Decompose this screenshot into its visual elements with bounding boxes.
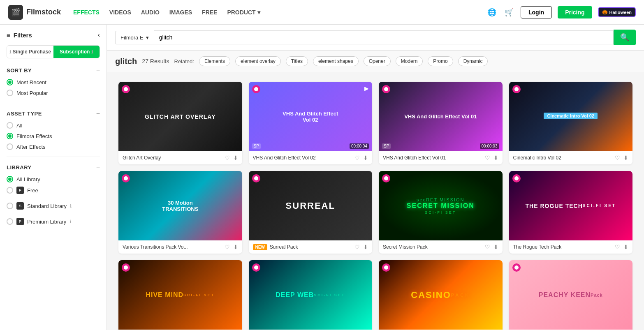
card-5[interactable]: 30 MotionTRANSITIONS Various Transitions… — [118, 171, 242, 254]
tag-elements[interactable]: Elements — [199, 56, 230, 66]
search-button[interactable]: 🔍 — [614, 30, 636, 45]
divider-2 — [7, 157, 100, 157]
library-collapse-icon[interactable]: − — [96, 164, 100, 171]
premium-badge-9 — [122, 263, 130, 272]
tag-modern[interactable]: Modern — [396, 56, 423, 66]
card-12[interactable]: PEACHY KEENPack Peachy Keen Pack ♡ ⬇ — [509, 260, 633, 330]
nav-free[interactable]: FREE — [202, 9, 217, 16]
tag-titles[interactable]: Titles — [286, 56, 308, 66]
radio-lib-premium — [7, 218, 13, 225]
card-1-title: Glitch Art Overlay — [123, 155, 225, 161]
tag-element-shapes[interactable]: element shapes — [313, 56, 359, 66]
like-icon-1[interactable]: ♡ — [225, 155, 230, 161]
library-all[interactable]: All Library — [7, 176, 100, 182]
info-icon-single[interactable]: ℹ — [9, 49, 11, 55]
divider-1 — [7, 103, 100, 103]
standard-lib-info-icon[interactable]: ℹ — [70, 203, 72, 209]
nav-images[interactable]: IMAGES — [169, 9, 192, 16]
main-content: Filmora E ▾ 🔍 glitch 27 Results Related:… — [107, 25, 644, 330]
like-icon-4[interactable]: ♡ — [615, 155, 620, 161]
like-icon-2[interactable]: ♡ — [354, 155, 360, 161]
premium-lib-info-icon[interactable]: ℹ — [69, 219, 71, 224]
download-icon-8[interactable]: ⬇ — [623, 244, 628, 250]
card-10[interactable]: DEEP WEBSCI-FI SET Deep Web ♡ ⬇ — [249, 260, 373, 330]
nav-product[interactable]: PRODUCT ▾ — [227, 9, 260, 16]
sort-most-recent[interactable]: Most Recent — [7, 79, 100, 85]
card-11[interactable]: CASINOPACK Casino Pack ♡ ⬇ — [379, 260, 503, 330]
like-icon-3[interactable]: ♡ — [485, 155, 490, 161]
card-3-title: VHS And Glitch Effect Vol 01 — [383, 155, 485, 161]
card-9[interactable]: HIVE MINDSCI-FI SET Hive Mind ♡ ⬇ — [118, 260, 242, 330]
purchase-tabs: ℹ Single Purchase Subscription ℹ — [7, 45, 100, 58]
download-icon-7[interactable]: ⬇ — [493, 244, 498, 250]
single-purchase-tab[interactable]: ℹ Single Purchase — [7, 46, 53, 58]
card-1[interactable]: GLITCH ART OVERLAY Glitch Art Overlay ♡ … — [118, 82, 242, 164]
asset-filmora[interactable]: Filmora Effects — [7, 133, 100, 139]
premium-badge-10 — [252, 263, 260, 272]
header: 🎬 Filmstock EFFECTS VIDEOS AUDIO IMAGES … — [0, 0, 644, 25]
download-icon-5[interactable]: ⬇ — [233, 244, 238, 250]
premium-lib-icon: P — [16, 218, 24, 225]
like-icon-8[interactable]: ♡ — [615, 244, 620, 250]
info-icon-sub[interactable]: ℹ — [91, 49, 93, 55]
sp-badge-2: SP — [252, 143, 261, 149]
card-4-thumb: Cinematic Intro Vol 02 — [509, 82, 633, 151]
card-2[interactable]: VHS And Glitch EffectVol 02 SP ▶ 00:00:0… — [249, 82, 373, 164]
login-button[interactable]: Login — [521, 6, 552, 18]
main-nav: EFFECTS VIDEOS AUDIO IMAGES FREE PRODUCT… — [73, 9, 486, 16]
subscription-tab[interactable]: Subscription ℹ — [53, 46, 100, 58]
premium-badge-3 — [382, 85, 390, 93]
filter-title: ≡ Filters — [7, 32, 32, 39]
card-8[interactable]: THE ROGUE TECHSCI-FI SET The Rogue Tech … — [509, 171, 633, 254]
asset-type-section: ASSET TYPE − — [7, 110, 100, 117]
tag-promo[interactable]: Promo — [428, 56, 453, 66]
halloween-badge[interactable]: 🎃 Halloween — [598, 7, 636, 17]
platform-selector[interactable]: Filmora E ▾ — [115, 31, 154, 44]
pricing-button[interactable]: Pricing — [558, 6, 592, 18]
nav-audio[interactable]: AUDIO — [141, 9, 160, 16]
cart-icon[interactable]: 🛒 — [503, 7, 515, 18]
globe-icon[interactable]: 🌐 — [486, 7, 498, 18]
card-2-title: VHS And Glitch Effect Vol 02 — [253, 155, 355, 161]
card-3-footer: VHS And Glitch Effect Vol 01 ♡ ⬇ — [379, 151, 503, 164]
tag-opener[interactable]: Opener — [364, 56, 391, 66]
like-icon-5[interactable]: ♡ — [225, 244, 230, 250]
library-section: LIBRARY − — [7, 164, 100, 171]
download-icon-6[interactable]: ⬇ — [363, 244, 368, 250]
sort-collapse-icon[interactable]: − — [96, 67, 100, 74]
sort-most-popular[interactable]: Most Popular — [7, 90, 100, 96]
card-3[interactable]: VHS And Glitch Effect Vol 01 SP 00:00:03… — [379, 82, 503, 164]
tag-element-overlay[interactable]: element overlay — [235, 56, 281, 66]
card-7[interactable]: secRET MISSION SECRET MISSION SCI-FI SET… — [379, 171, 503, 254]
library-free[interactable]: F Free — [7, 187, 100, 194]
results-count: 27 Results — [142, 58, 169, 65]
download-icon-2[interactable]: ⬇ — [363, 155, 368, 161]
download-icon-1[interactable]: ⬇ — [233, 155, 238, 161]
duration-badge-3: 00:00:03 — [480, 143, 499, 149]
premium-badge-4 — [512, 85, 521, 93]
download-icon-4[interactable]: ⬇ — [623, 155, 628, 161]
library-premium[interactable]: P Premium Library ℹ — [7, 218, 100, 225]
nav-videos[interactable]: VIDEOS — [109, 9, 131, 16]
asset-after-effects[interactable]: After Effects — [7, 143, 100, 150]
card-8-actions: ♡ ⬇ — [615, 244, 628, 250]
sort-options: Most Recent Most Popular — [7, 79, 100, 96]
like-icon-6[interactable]: ♡ — [354, 244, 360, 250]
search-input[interactable] — [154, 30, 614, 44]
premium-badge-2 — [252, 85, 260, 93]
card-6[interactable]: SURREAL NEW Surreal Pack ♡ ⬇ — [249, 171, 373, 254]
card-4[interactable]: Cinematic Intro Vol 02 Cinematic Intro V… — [509, 82, 633, 164]
asset-collapse-icon[interactable]: − — [96, 110, 100, 117]
card-5-thumb: 30 MotionTRANSITIONS — [118, 171, 242, 240]
download-icon-3[interactable]: ⬇ — [493, 155, 498, 161]
logo[interactable]: 🎬 Filmstock — [8, 5, 61, 20]
library-standard[interactable]: S Standard Library ℹ — [7, 202, 100, 210]
tag-dynamic[interactable]: Dynamic — [458, 56, 488, 66]
like-icon-7[interactable]: ♡ — [485, 244, 490, 250]
nav-effects[interactable]: EFFECTS — [73, 9, 100, 16]
card-10-thumb: DEEP WEBSCI-FI SET — [249, 260, 373, 330]
chevron-left-icon[interactable]: ‹ — [98, 31, 100, 39]
asset-all[interactable]: All — [7, 122, 100, 129]
card-4-actions: ♡ ⬇ — [615, 155, 628, 161]
library-options: All Library F Free S Standard Library ℹ … — [7, 176, 100, 229]
